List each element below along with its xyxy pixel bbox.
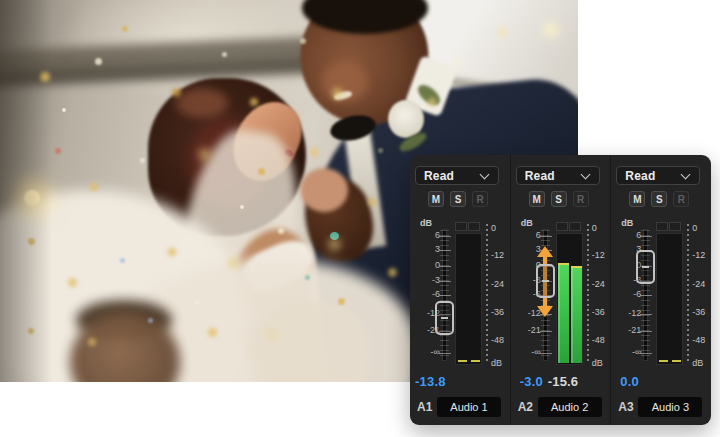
level-meter bbox=[556, 222, 583, 365]
meter-scale-label: -24 bbox=[491, 279, 504, 289]
clip-indicator-right bbox=[468, 222, 480, 231]
record-arm-button[interactable]: R bbox=[673, 191, 689, 207]
record-arm-button[interactable]: R bbox=[573, 191, 589, 207]
chevron-down-icon bbox=[580, 170, 590, 180]
mixer-channel-a3: Read M S R dB 6 3 0 -3 -6 -12 -21 -∞ bbox=[610, 155, 711, 425]
meter-scale-label: 0 bbox=[592, 223, 597, 233]
fader-handle[interactable] bbox=[536, 264, 555, 298]
solo-button[interactable]: S bbox=[551, 191, 567, 207]
values-row: -13.8 bbox=[410, 374, 510, 390]
meter-scale-label: -36 bbox=[592, 307, 605, 317]
peak-value: -15.6 bbox=[548, 374, 579, 389]
fader-scale-label: 0 bbox=[410, 260, 440, 270]
clip-indicator-left bbox=[656, 222, 668, 231]
channel-buttons: M S R bbox=[428, 191, 488, 207]
fader-and-meter: dB 6 3 0 -3 -6 -12 -21 -∞ bbox=[611, 218, 711, 374]
channel-buttons: M S R bbox=[529, 191, 589, 207]
track-number-label: A2 bbox=[518, 400, 533, 414]
record-arm-button[interactable]: R bbox=[472, 191, 488, 207]
track-name-field[interactable]: Audio 1 bbox=[437, 397, 501, 417]
chevron-down-icon bbox=[681, 170, 691, 180]
clip-indicator-left bbox=[455, 222, 467, 231]
fader-tick bbox=[640, 331, 652, 332]
fader-and-meter: dB 6 3 0 -3 -6 -12 -21 -∞ bbox=[410, 218, 510, 374]
db-unit-label: dB bbox=[420, 218, 432, 228]
automation-down-arrow-icon bbox=[537, 306, 553, 317]
audio-mixer-panel: Read M S R dB 6 3 0 -3 -6 -12 -21 -∞ bbox=[410, 155, 711, 425]
fader-tick bbox=[439, 353, 451, 354]
meter-scale-label: -48 bbox=[491, 335, 504, 345]
track-number-label: A3 bbox=[618, 400, 633, 414]
solo-button[interactable]: S bbox=[651, 191, 667, 207]
meter-scale-label: -24 bbox=[592, 279, 605, 289]
fader-tick bbox=[439, 266, 451, 267]
meter-scale-label: dB bbox=[692, 358, 703, 368]
meter-tick-line bbox=[587, 224, 589, 364]
meter-scale-label: -36 bbox=[491, 307, 504, 317]
fader-scale-label: -∞ bbox=[511, 347, 541, 357]
fader-tick bbox=[540, 331, 552, 332]
meter-tick-line bbox=[486, 224, 488, 364]
track-row: A2 Audio 2 bbox=[511, 397, 611, 419]
track-number-label: A1 bbox=[417, 400, 432, 414]
meter-scale-label: -24 bbox=[692, 279, 705, 289]
track-row: A1 Audio 1 bbox=[410, 397, 510, 419]
fader-and-meter: dB 6 3 0 -3 -6 -12 -21 -∞ bbox=[511, 218, 611, 374]
fader-tick bbox=[439, 295, 451, 296]
meter-tick-line bbox=[687, 224, 689, 364]
meter-scale-label: -12 bbox=[491, 250, 504, 260]
fader-scale-label: 6 bbox=[511, 230, 541, 240]
fader-handle[interactable] bbox=[435, 301, 454, 335]
clip-indicator-right bbox=[569, 222, 581, 231]
fader-scale-label: -∞ bbox=[611, 347, 641, 357]
fader-scale-label: 3 bbox=[410, 244, 440, 254]
meter-body bbox=[455, 233, 482, 365]
level-meter bbox=[455, 222, 482, 365]
meter-scale-label: dB bbox=[491, 358, 502, 368]
meter-bar-left bbox=[558, 263, 569, 363]
track-name-field[interactable]: Audio 2 bbox=[538, 397, 602, 417]
meter-scale-label: -48 bbox=[692, 335, 705, 345]
fader-tick bbox=[640, 295, 652, 296]
level-meter bbox=[656, 222, 683, 365]
fader-handle[interactable] bbox=[636, 250, 655, 284]
db-unit-label: dB bbox=[621, 218, 633, 228]
fader-scale-label: 6 bbox=[410, 230, 440, 240]
fader-scale-label: 6 bbox=[611, 230, 641, 240]
automation-mode-label: Read bbox=[517, 169, 555, 183]
fader-tick bbox=[640, 314, 652, 315]
automation-mode-label: Read bbox=[416, 169, 454, 183]
fader-scale-label: -21 bbox=[511, 325, 541, 335]
fader-scale-label: -6 bbox=[410, 289, 440, 299]
clip-indicator-left bbox=[556, 222, 568, 231]
meter-scale-label: 0 bbox=[692, 223, 697, 233]
mute-button[interactable]: M bbox=[529, 191, 545, 207]
fader-tick bbox=[540, 236, 552, 237]
peak-bottom-dash bbox=[659, 360, 668, 362]
peak-bottom-dash bbox=[672, 360, 681, 362]
meter-scale-label: -48 bbox=[592, 335, 605, 345]
mixer-channel-a1: Read M S R dB 6 3 0 -3 -6 -12 -21 -∞ bbox=[410, 155, 510, 425]
fader-tick bbox=[640, 353, 652, 354]
automation-mode-dropdown[interactable]: Read bbox=[616, 166, 700, 185]
meter-bar-right bbox=[571, 266, 582, 363]
fader-scale-label: -12 bbox=[611, 308, 641, 318]
fader-scale-label: -3 bbox=[410, 275, 440, 285]
mute-button[interactable]: M bbox=[629, 191, 645, 207]
automation-mode-dropdown[interactable]: Read bbox=[415, 166, 499, 185]
mixer-channel-a2: Read M S R dB 6 3 0 -3 -6 -12 -21 -∞ bbox=[510, 155, 611, 425]
fader-tick bbox=[439, 250, 451, 251]
volume-value[interactable]: 0.0 bbox=[620, 374, 639, 389]
volume-value[interactable]: -13.8 bbox=[415, 374, 446, 389]
automation-mode-dropdown[interactable]: Read bbox=[516, 166, 600, 185]
solo-button[interactable]: S bbox=[450, 191, 466, 207]
values-row: -3.0 -15.6 bbox=[511, 374, 611, 390]
track-name-field[interactable]: Audio 3 bbox=[638, 397, 702, 417]
mute-button[interactable]: M bbox=[428, 191, 444, 207]
volume-value[interactable]: -3.0 bbox=[520, 374, 543, 389]
channel-buttons: M S R bbox=[629, 191, 689, 207]
peak-bottom-dash bbox=[471, 360, 480, 362]
fader-tick bbox=[439, 281, 451, 282]
fader-scale-label: -21 bbox=[611, 325, 641, 335]
track-row: A3 Audio 3 bbox=[611, 397, 711, 419]
